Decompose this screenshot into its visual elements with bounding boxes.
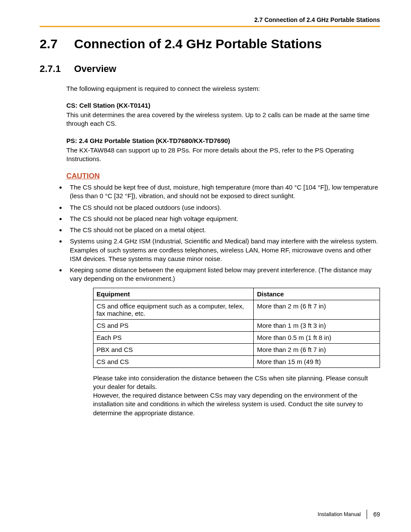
equipment-heading-cs: CS: Cell Station (KX-T0141) [66,102,380,109]
table-cell: CS and PS [93,319,254,331]
after-table-text: Please take into consideration the dista… [93,374,380,417]
equipment-body-cs: This unit determines the area covered by… [66,111,380,128]
caution-list: The CS should be kept free of dust, mois… [40,183,380,283]
table-cell: PBX and CS [93,343,254,355]
section-title: 2.7Connection of 2.4 GHz Portable Statio… [40,37,380,51]
table-row: PBX and CS More than 2 m (6 ft 7 in) [93,343,380,355]
equipment-heading-ps: PS: 2.4 GHz Portable Station (KX-TD7680/… [66,137,380,144]
equipment-body-ps: The KX-TAW848 can support up to 28 PSs. … [66,146,380,164]
distance-table: Equipment Distance CS and office equipme… [93,288,380,368]
table-row: Each PS More than 0.5 m (1 ft 8 in) [93,331,380,343]
subsection-number: 2.7.1 [40,63,74,75]
caution-item: The CS should not be placed near high vo… [66,215,380,223]
page: 2.7 Connection of 2.4 GHz Portable Stati… [0,0,411,532]
table-cell: CS and office equipment such as a comput… [93,300,254,319]
table-row: CS and PS More than 1 m (3 ft 3 in) [93,319,380,331]
after-table-p1: Please take into consideration the dista… [93,374,380,392]
intro-paragraph: The following equipment is required to c… [66,85,380,92]
caution-heading: CAUTION [66,172,380,180]
footer-divider [367,510,367,519]
after-table-p2: However, the required distance between C… [93,391,380,417]
running-header: 2.7 Connection of 2.4 GHz Portable Stati… [40,16,380,23]
table-cell: More than 1 m (3 ft 3 in) [254,319,380,331]
page-number: 69 [373,511,380,518]
caution-item: The CS should be kept free of dust, mois… [66,183,380,201]
caution-item: Systems using 2.4 GHz ISM (Industrial, S… [66,237,380,263]
table-cell: More than 0.5 m (1 ft 8 in) [254,331,380,343]
section-number: 2.7 [40,37,74,51]
caution-item: The CS should not be placed on a metal o… [66,226,380,234]
table-row: CS and office equipment such as a comput… [93,300,380,319]
section-text: Connection of 2.4 GHz Portable Stations [74,37,322,51]
table-cell: Each PS [93,331,254,343]
table-cell: More than 15 m (49 ft) [254,355,380,367]
table-header-equipment: Equipment [93,288,254,300]
subsection-title: 2.7.1Overview [40,63,380,75]
table-row: CS and CS More than 15 m (49 ft) [93,355,380,367]
header-rule [40,26,380,27]
subsection-text: Overview [74,63,116,74]
table-cell: More than 2 m (6 ft 7 in) [254,300,380,319]
table-header-row: Equipment Distance [93,288,380,300]
table-cell: CS and CS [93,355,254,367]
table-cell: More than 2 m (6 ft 7 in) [254,343,380,355]
caution-item: The CS should not be placed outdoors (us… [66,203,380,212]
caution-item: Keeping some distance between the equipm… [66,266,380,283]
footer-label: Installation Manual [318,511,361,517]
page-footer: Installation Manual 69 [318,510,380,519]
table-header-distance: Distance [254,288,380,300]
